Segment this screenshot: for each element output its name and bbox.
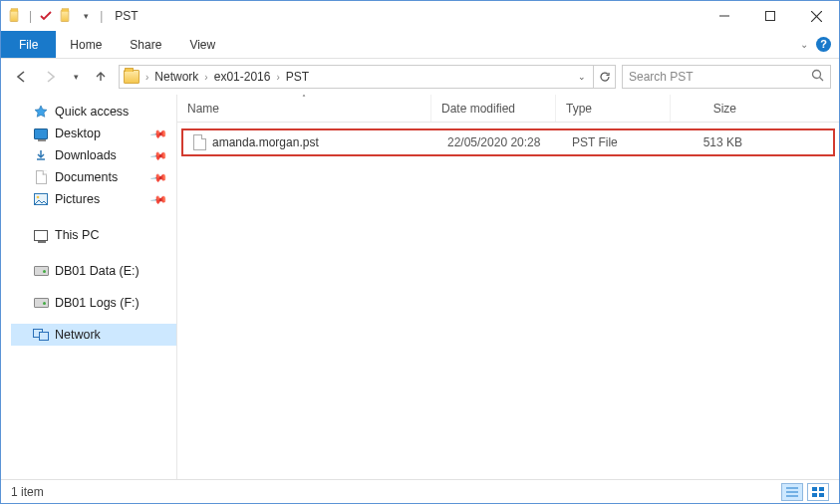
nav-label: Documents (55, 170, 118, 184)
content-area: Quick access Desktop 📌 Downloads 📌 Docum… (1, 95, 839, 479)
navigation-pane: Quick access Desktop 📌 Downloads 📌 Docum… (1, 95, 176, 479)
nav-documents[interactable]: Documents 📌 (11, 166, 176, 188)
pin-icon: 📌 (149, 190, 168, 209)
navigation-bar: ▾ › Network › ex01-2016 › PST ⌄ Search P… (1, 59, 839, 95)
breadcrumb-host[interactable]: ex01-2016 (210, 66, 275, 88)
nav-label: Pictures (55, 192, 100, 206)
breadcrumb-folder[interactable]: PST (282, 66, 313, 88)
nav-pictures[interactable]: Pictures 📌 (11, 188, 176, 210)
file-icon (193, 134, 206, 150)
minimize-button[interactable] (701, 1, 747, 31)
file-date: 22/05/2020 20:28 (437, 135, 562, 149)
pin-icon: 📌 (149, 125, 168, 143)
chevron-right-icon[interactable]: › (274, 72, 281, 83)
svg-point-4 (813, 71, 821, 79)
nav-label: DB01 Logs (F:) (55, 296, 140, 310)
column-type[interactable]: Type (556, 95, 671, 122)
pictures-icon (33, 191, 49, 207)
chevron-right-icon[interactable]: › (143, 72, 150, 83)
file-tab[interactable]: File (1, 31, 56, 58)
new-folder-icon[interactable] (58, 8, 74, 24)
up-button[interactable] (89, 65, 113, 89)
nav-desktop[interactable]: Desktop 📌 (11, 123, 176, 144)
tab-share[interactable]: Share (116, 31, 175, 58)
pin-icon: 📌 (149, 146, 168, 165)
chevron-right-icon[interactable]: › (202, 72, 209, 83)
nav-network[interactable]: Network (11, 324, 176, 346)
qat-dropdown-icon[interactable]: ▾ (78, 8, 94, 24)
nav-label: Network (55, 328, 101, 342)
address-dropdown-icon[interactable]: ⌄ (571, 66, 593, 88)
column-date[interactable]: Date modified (431, 95, 556, 122)
file-row[interactable]: amanda.morgan.pst 22/05/2020 20:28 PST F… (183, 132, 833, 152)
svg-point-8 (37, 196, 40, 199)
drive-icon (33, 295, 49, 311)
column-headers: Name ˄ Date modified Type Size (177, 95, 839, 123)
nav-downloads[interactable]: Downloads 📌 (11, 144, 176, 166)
desktop-icon (33, 126, 49, 141)
svg-rect-13 (819, 487, 824, 491)
file-name: amanda.morgan.pst (212, 135, 319, 149)
search-placeholder: Search PST (629, 70, 694, 84)
folder-icon (124, 70, 140, 84)
svg-rect-1 (766, 12, 775, 21)
pin-icon: 📌 (149, 168, 168, 187)
nav-quick-access[interactable]: Quick access (11, 101, 176, 123)
star-icon (33, 104, 49, 120)
close-button[interactable] (793, 1, 839, 31)
title-bar: | ▾ | PST (1, 1, 839, 31)
breadcrumb-network[interactable]: Network (150, 66, 202, 88)
address-bar[interactable]: › Network › ex01-2016 › PST ⌄ (119, 65, 616, 89)
nav-label: DB01 Data (E:) (55, 264, 140, 278)
tab-home[interactable]: Home (56, 31, 116, 58)
separator: | (100, 9, 103, 23)
details-view-button[interactable] (781, 483, 803, 501)
svg-rect-14 (812, 493, 817, 497)
nav-drive-f[interactable]: DB01 Logs (F:) (11, 292, 176, 314)
computer-icon (33, 227, 49, 243)
file-type: PST File (562, 135, 677, 149)
file-size: 513 KB (677, 135, 756, 149)
ribbon-expand-icon[interactable]: ⌄ (800, 39, 808, 50)
network-icon (33, 327, 49, 343)
svg-rect-12 (812, 487, 817, 491)
window-title: PST (115, 9, 138, 23)
column-size[interactable]: Size (671, 95, 750, 122)
drive-icon (33, 263, 49, 279)
quick-access-toolbar: | ▾ | (1, 8, 105, 24)
highlighted-row: amanda.morgan.pst 22/05/2020 20:28 PST F… (181, 128, 835, 156)
svg-rect-15 (819, 493, 824, 497)
search-icon (811, 69, 824, 85)
tab-view[interactable]: View (175, 31, 229, 58)
search-input[interactable]: Search PST (622, 65, 831, 89)
nav-this-pc[interactable]: This PC (11, 224, 176, 246)
nav-label: This PC (55, 228, 99, 242)
nav-label: Quick access (55, 105, 129, 119)
properties-icon[interactable] (38, 8, 54, 24)
maximize-button[interactable] (747, 1, 793, 31)
column-name[interactable]: Name ˄ (177, 95, 431, 122)
app-icon (7, 8, 23, 24)
item-count: 1 item (11, 485, 44, 499)
document-icon (33, 169, 49, 185)
download-icon (33, 147, 49, 163)
help-icon[interactable]: ? (816, 37, 831, 52)
thumbnails-view-button[interactable] (807, 483, 829, 501)
sort-ascending-icon: ˄ (302, 94, 306, 103)
status-bar: 1 item (1, 479, 839, 503)
back-button[interactable] (9, 65, 33, 89)
forward-button[interactable] (39, 65, 63, 89)
file-list: Name ˄ Date modified Type Size amanda.mo… (176, 95, 839, 479)
nav-label: Desktop (55, 126, 101, 140)
nav-drive-e[interactable]: DB01 Data (E:) (11, 260, 176, 282)
ribbon: File Home Share View ⌄ ? (1, 31, 839, 59)
refresh-icon[interactable] (593, 66, 615, 88)
svg-line-5 (820, 78, 824, 82)
separator: | (29, 9, 32, 23)
nav-label: Downloads (55, 148, 117, 162)
recent-locations-button[interactable]: ▾ (69, 65, 83, 89)
